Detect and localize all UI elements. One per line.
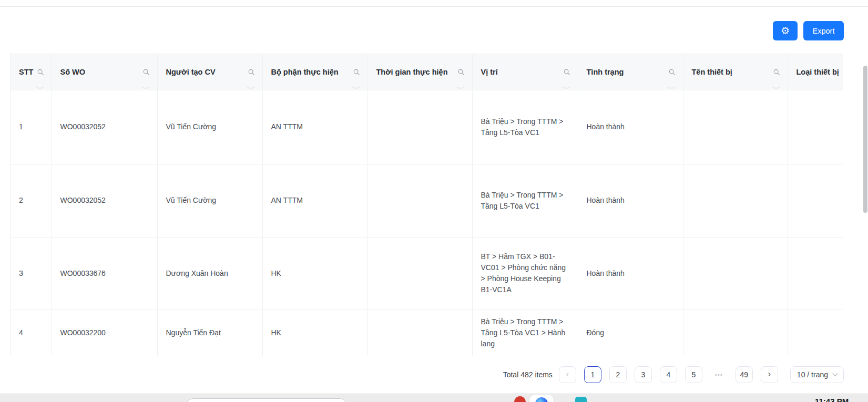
cell-loai-thiet-bi [788,310,843,356]
table-row[interactable]: 3 WO00033676 Dương Xuân Hoàn HK BT > Hầm… [11,237,843,310]
column-label: Tên thiết bị [692,68,732,76]
pagination-ellipsis[interactable]: ••• [710,366,728,383]
cell-nguoi-tao-cv: Vũ Tiến Cường [157,164,262,237]
table-row[interactable]: 2 WO00032052 Vũ Tiến Cường AN TTTM Bà Tr… [11,164,843,237]
cell-tinh-trang: Hoàn thành [578,90,683,164]
cell-thoi-gian [367,90,472,164]
page-size-value: 10 / trang [797,370,828,379]
filter-hover-arc [34,77,46,89]
chevron-down-icon [832,373,838,377]
column-header-tinh-trang: Tình trạng [578,54,683,90]
taskbar-search-input[interactable] [185,398,348,402]
column-label: STT [19,68,33,76]
pagination-page-3[interactable]: 3 [635,366,652,383]
page-size-select[interactable]: 10 / trang [790,366,844,383]
column-label: Loại thiết bị [796,68,839,76]
column-label: Bộ phận thực hiện [271,68,339,76]
cell-nguoi-tao-cv: Vũ Tiến Cường [157,90,262,164]
search-icon[interactable] [668,68,676,76]
filter-hover-arc [770,77,782,89]
column-label: Thời gian thực hiện [376,68,448,76]
pagination: Total 482 items ‹ 1 2 3 4 5 ••• 49 › 10 … [503,366,844,383]
cell-thoi-gian [367,237,472,310]
cell-loai-thiet-bi [788,237,843,310]
settings-button[interactable]: ⚙ [773,21,798,40]
cell-ten-thiet-bi [683,164,788,237]
cell-so-wo: WO00032052 [52,164,157,237]
cell-ten-thiet-bi [683,310,788,356]
cell-vi-tri: Bà Triệu > Trong TTTM > Tầng L5-Tòa VC1 … [472,310,578,356]
pagination-page-1[interactable]: 1 [584,366,601,383]
pagination-prev-button[interactable]: ‹ [559,366,576,383]
cell-loai-thiet-bi [788,164,843,237]
cell-loai-thiet-bi [788,90,843,164]
cell-thoi-gian [367,310,472,356]
pagination-page-last[interactable]: 49 [736,366,753,383]
filter-hover-arc [245,77,257,89]
pagination-page-2[interactable]: 2 [609,366,627,383]
search-icon[interactable] [248,68,255,76]
cell-ten-thiet-bi [683,237,788,310]
search-icon[interactable] [563,68,570,76]
table-row[interactable]: 1 WO00032052 Vũ Tiến Cường AN TTTM Bà Tr… [11,90,843,164]
cell-so-wo: WO00033676 [52,237,157,310]
column-header-vi-tri: Vị trí [472,54,578,90]
pagination-next-button[interactable]: › [761,366,778,383]
taskbar-app-icon[interactable] [514,396,526,402]
cell-nguoi-tao-cv: Nguyễn Tiến Đạt [157,310,262,356]
column-header-bo-phan: Bộ phận thực hiện [262,54,367,90]
gear-icon: ⚙ [781,26,790,36]
search-icon[interactable] [457,68,465,76]
filter-hover-arc [350,77,362,89]
column-header-thoi-gian: Thời gian thực hiện [367,54,472,90]
column-header-so-wo: Số WO [52,54,157,90]
cell-tinh-trang: Đóng [578,310,683,356]
vertical-scrollbar-thumb[interactable] [863,66,867,213]
table-header-row: STT Số WO [11,54,843,90]
column-header-stt: STT [11,54,52,90]
cell-vi-tri: BT > Hầm TGX > B01-VC01 > Phòng chức năn… [472,237,578,310]
work-order-table: STT Số WO [10,54,843,356]
filter-hover-arc [560,77,572,89]
cell-bo-phan: AN TTTM [262,164,367,237]
export-button[interactable]: Export [803,21,844,40]
cell-bo-phan: HK [262,310,367,356]
search-icon[interactable] [142,68,150,76]
search-icon[interactable] [353,68,360,76]
column-header-loai-thiet-bi: Loại thiết bị [788,54,843,90]
cell-stt: 1 [11,90,52,164]
cell-so-wo: WO00032200 [52,310,157,356]
cell-stt: 3 [11,237,52,310]
pagination-total: Total 482 items [503,370,553,379]
column-label: Tình trạng [587,68,624,76]
chevron-left-icon: ‹ [566,369,569,379]
search-icon[interactable] [773,68,780,76]
cell-vi-tri: Bà Triệu > Trong TTTM > Tầng L5-Tòa VC1 [472,90,578,164]
cell-ten-thiet-bi [683,90,788,164]
column-header-ten-thiet-bi: Tên thiết bị [683,54,788,90]
column-label: Số WO [60,68,86,76]
filter-hover-arc [140,77,151,89]
cell-vi-tri: Bà Triệu > Trong TTTM > Tầng L5-Tòa VC1 [472,164,578,237]
taskbar-active-app-tile[interactable] [530,395,553,402]
taskbar: 11:43 PM [0,394,868,402]
cell-tinh-trang: Hoàn thành [578,237,683,310]
column-header-nguoi-tao-cv: Người tạo CV [157,54,262,90]
taskbar-clock[interactable]: 11:43 PM [815,397,849,402]
export-button-label: Export [813,27,835,35]
cell-thoi-gian [367,164,472,237]
cell-stt: 2 [11,164,52,237]
cell-so-wo: WO00032052 [52,90,157,164]
table-row[interactable]: 4 WO00032200 Nguyễn Tiến Đạt HK Bà Triệu… [11,310,843,356]
filter-hover-arc [666,77,677,89]
cell-bo-phan: HK [262,237,367,310]
taskbar-app-icon[interactable] [575,397,587,402]
chevron-right-icon: › [768,369,771,379]
filter-hover-arc [455,77,466,89]
cell-tinh-trang: Hoàn thành [578,164,683,237]
pagination-page-4[interactable]: 4 [660,366,677,383]
browser-chrome-edge [0,0,868,7]
pagination-page-5[interactable]: 5 [685,366,702,383]
column-label: Vị trí [481,68,498,76]
search-icon[interactable] [37,68,44,76]
